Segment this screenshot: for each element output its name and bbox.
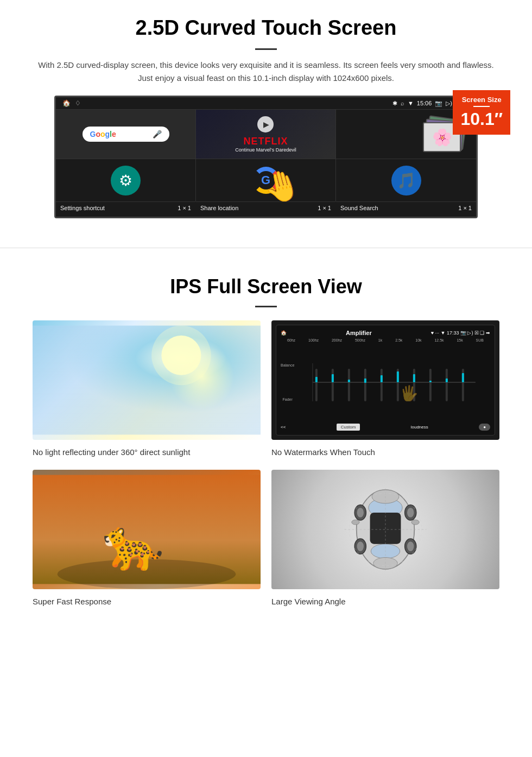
amp-home-icon: 🏠	[281, 330, 287, 336]
sound-icon-circle: 🎵	[391, 166, 421, 195]
svg-rect-12	[364, 379, 366, 383]
status-bar: 🏠 ♢ ✱ ⌕ ▼ 15:06 📷 ▷) ☒ ❑	[56, 97, 476, 109]
google-search-bar[interactable]: Google 🎤	[83, 127, 169, 142]
svg-point-35	[352, 520, 359, 525]
home-icon: 🏠	[62, 99, 71, 107]
feature-amplifier: 🏠 Amplifier ♥ ··· ▼ 17:33 📷 ▷) ☒ ❑ ➡ 60h…	[271, 320, 499, 459]
screen-size-label: Screen Size	[460, 96, 503, 104]
settings-thumbnail: ⚙ ⚙	[56, 159, 195, 201]
usb-icon: ♢	[75, 99, 81, 107]
camera-icon: 📷	[435, 100, 442, 107]
svg-point-36	[411, 520, 419, 525]
app-cell-google[interactable]: Google 🎤 Google 3 × 1	[56, 110, 196, 159]
time-display: 15:06	[417, 100, 432, 106]
amp-label-balance: Balance	[281, 363, 294, 367]
sun-glow	[169, 344, 235, 409]
svg-rect-8	[332, 374, 334, 382]
svg-rect-19	[429, 369, 432, 401]
mic-icon: 🎤	[153, 130, 162, 138]
netflix-subtitle: Continue Marvel’s Daredevil	[235, 147, 296, 153]
screen-size-badge: Screen Size 10.1″	[453, 90, 510, 135]
amp-custom-btn[interactable]: Custom	[337, 424, 360, 431]
feature-sunlight: No light reflecting under 360° direct su…	[33, 320, 261, 459]
svg-point-44	[407, 541, 414, 551]
section-curved-screen: 2.5D Curved Touch Screen With 2.5D curve…	[0, 0, 532, 231]
sound-thumbnail: 🎵	[336, 159, 476, 201]
share-thumbnail: G 🤚	[196, 159, 335, 201]
feature-amplifier-caption: No Watermarks When Touch	[271, 445, 499, 459]
app-cell-sound[interactable]: 🎵 Sound Search 1 × 1	[336, 159, 476, 201]
svg-rect-9	[348, 369, 350, 401]
car-image	[271, 470, 499, 589]
app-cell-share[interactable]: G 🤚 Share location 1 × 1	[196, 159, 336, 201]
sound-name: Sound Search	[340, 205, 378, 211]
amp-bottom-controls: << Custom loudness ●	[281, 424, 490, 431]
music-note-icon: 🎵	[397, 172, 416, 190]
status-bar-left: 🏠 ♢	[62, 99, 81, 107]
device-mockup: Screen Size 10.1″ 🏠 ♢ ✱ ⌕ ▼ 15:06 📷 ▷) ☒	[54, 96, 478, 218]
section1-description: With 2.5D curved-display screen, this de…	[33, 59, 499, 85]
section2-underline	[255, 306, 277, 307]
svg-rect-18	[413, 374, 415, 382]
settings-size: 1 × 1	[178, 205, 191, 211]
svg-rect-24	[462, 373, 464, 382]
amp-status: ♥ ··· ▼ 17:33 📷 ▷) ☒ ❑ ➡	[431, 330, 490, 336]
amp-back-icon: <<	[281, 425, 286, 430]
app-cell-netflix[interactable]: ▶ NETFLIX Continue Marvel’s Daredevil Ne…	[196, 110, 336, 159]
wifi-icon: ▼	[408, 100, 414, 106]
cheetah-svg: 🐆	[33, 470, 261, 589]
svg-rect-20	[429, 381, 432, 382]
sound-size: 1 × 1	[458, 205, 472, 211]
app-cell-settings[interactable]: ⚙ ⚙ Settings shortcut 1 × 1	[56, 159, 196, 201]
svg-point-43	[357, 541, 364, 551]
netflix-play-icon: ▶	[257, 116, 274, 133]
feature-grid: No light reflecting under 360° direct su…	[33, 320, 499, 608]
svg-rect-16	[397, 371, 399, 382]
title-underline	[255, 48, 277, 50]
svg-rect-11	[364, 369, 366, 401]
flower-icon: 🌸	[432, 128, 452, 147]
section-ips: IPS Full Screen View	[0, 264, 532, 624]
amp-freq-labels: 60hz100hz200hz500hz1k2.5k10k12.5k15kSUB	[281, 338, 490, 342]
svg-rect-6	[315, 377, 318, 382]
section-divider	[0, 248, 532, 248]
car-top-svg	[337, 486, 434, 573]
amp-loudness-toggle[interactable]: ●	[479, 424, 490, 431]
amp-label-fader: Fader	[281, 398, 294, 401]
feature-sunlight-caption: No light reflecting under 360° direct su…	[33, 445, 261, 459]
amp-title: Amplifier	[346, 330, 372, 336]
settings-name: Settings shortcut	[60, 205, 105, 211]
netflix-logo: NETFLIX	[235, 136, 296, 147]
device-screen: 🏠 ♢ ✱ ⌕ ▼ 15:06 📷 ▷) ☒ ❑	[54, 96, 478, 218]
amp-eq-bars: 🖐	[297, 363, 490, 401]
amp-loudness-label: loudness	[411, 425, 428, 430]
share-name: Share location	[200, 205, 238, 211]
svg-rect-7	[332, 369, 334, 401]
g-logo-wrap: G 🤚	[252, 167, 280, 194]
section2-title: IPS Full Screen View	[33, 275, 499, 298]
amp-eq-svg: 🖐	[298, 363, 490, 401]
svg-text:🐆: 🐆	[102, 515, 164, 574]
screen-size-value: 10.1″	[460, 109, 503, 129]
share-app-label: Share location 1 × 1	[196, 201, 335, 214]
svg-rect-5	[315, 369, 318, 401]
badge-underline	[473, 106, 490, 107]
google-thumbnail: Google 🎤	[56, 110, 195, 159]
sound-app-label: Sound Search 1 × 1	[336, 201, 476, 214]
settings-gear-icon: ⚙	[119, 172, 132, 190]
svg-point-42	[407, 508, 414, 518]
google-logo: Google	[90, 130, 116, 138]
feature-car: Large Viewing Angle	[271, 470, 499, 608]
amp-y-labels: Balance Fader	[281, 363, 294, 401]
netflix-thumbnail: ▶ NETFLIX Continue Marvel’s Daredevil	[196, 110, 335, 159]
settings-app-label: Settings shortcut 1 × 1	[56, 201, 195, 214]
bluetooth-icon: ✱	[392, 100, 397, 107]
netflix-content: ▶ NETFLIX Continue Marvel’s Daredevil	[235, 116, 296, 153]
settings-icon-circle: ⚙	[111, 166, 141, 195]
svg-rect-10	[348, 380, 350, 382]
section1-title: 2.5D Curved Touch Screen	[33, 16, 499, 40]
share-size: 1 × 1	[318, 205, 331, 211]
location-icon: ⌕	[401, 100, 404, 106]
svg-rect-21	[446, 369, 448, 401]
svg-rect-14	[381, 375, 383, 382]
